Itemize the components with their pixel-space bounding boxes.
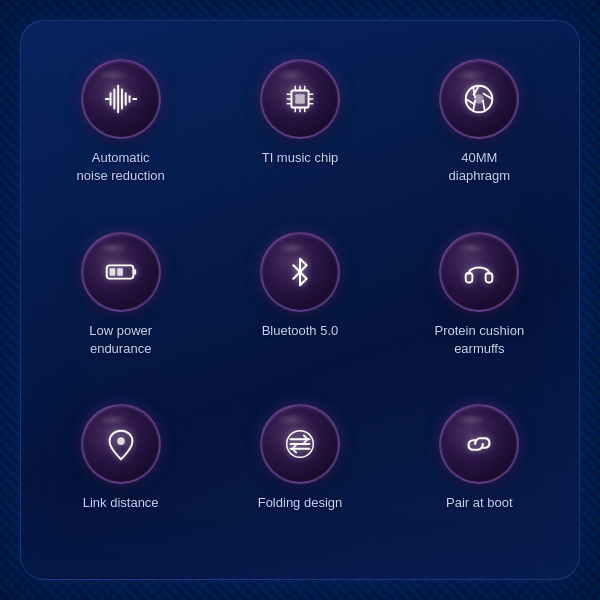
feature-label-pair-boot: Pair at boot — [446, 494, 513, 512]
feature-label-link-distance: Link distance — [83, 494, 159, 512]
feature-low-power: Low power endurance — [31, 214, 210, 387]
location-icon — [102, 425, 140, 463]
feature-ti-music: TI music chip — [210, 41, 389, 214]
svg-rect-33 — [117, 268, 123, 276]
background: Automatic noise reduction — [0, 0, 600, 600]
icon-bluetooth — [260, 232, 340, 312]
link-icon — [460, 425, 498, 463]
icon-diaphragm — [439, 59, 519, 139]
feature-auto-noise: Automatic noise reduction — [31, 41, 210, 214]
chip-icon — [281, 80, 319, 118]
feature-earmuffs: Protein cushion earmuffs — [390, 214, 569, 387]
feature-label-earmuffs: Protein cushion earmuffs — [435, 322, 525, 358]
feature-pair-boot: Pair at boot — [390, 386, 569, 559]
icon-ti-music — [260, 59, 340, 139]
icon-earmuffs — [439, 232, 519, 312]
feature-folding: Folding design — [210, 386, 389, 559]
icon-link-distance — [81, 404, 161, 484]
icon-auto-noise — [81, 59, 161, 139]
headphones-icon — [460, 253, 498, 291]
svg-line-27 — [474, 100, 476, 110]
icon-low-power — [81, 232, 161, 312]
icon-folding — [260, 404, 340, 484]
svg-line-29 — [474, 88, 476, 98]
aperture-icon — [460, 80, 498, 118]
bluetooth-icon — [281, 253, 319, 291]
svg-point-23 — [475, 94, 485, 104]
svg-point-36 — [117, 438, 125, 446]
feature-link-distance: Link distance — [31, 386, 210, 559]
feature-label-folding: Folding design — [258, 494, 343, 512]
feature-label-bluetooth: Bluetooth 5.0 — [262, 322, 339, 340]
svg-line-26 — [483, 100, 485, 110]
feature-label-ti-music: TI music chip — [262, 149, 339, 167]
feature-bluetooth: Bluetooth 5.0 — [210, 214, 389, 387]
waveform-icon — [102, 80, 140, 118]
svg-rect-32 — [109, 268, 115, 276]
icon-pair-boot — [439, 404, 519, 484]
feature-diaphragm: 40MM diaphragm — [390, 41, 569, 214]
svg-rect-31 — [133, 269, 136, 275]
svg-rect-9 — [295, 94, 305, 104]
features-card: Automatic noise reduction — [20, 20, 580, 580]
folding-icon — [281, 425, 319, 463]
feature-label-auto-noise: Automatic noise reduction — [77, 149, 165, 185]
battery-icon — [102, 253, 140, 291]
feature-label-low-power: Low power endurance — [89, 322, 152, 358]
feature-label-diaphragm: 40MM diaphragm — [449, 149, 510, 185]
